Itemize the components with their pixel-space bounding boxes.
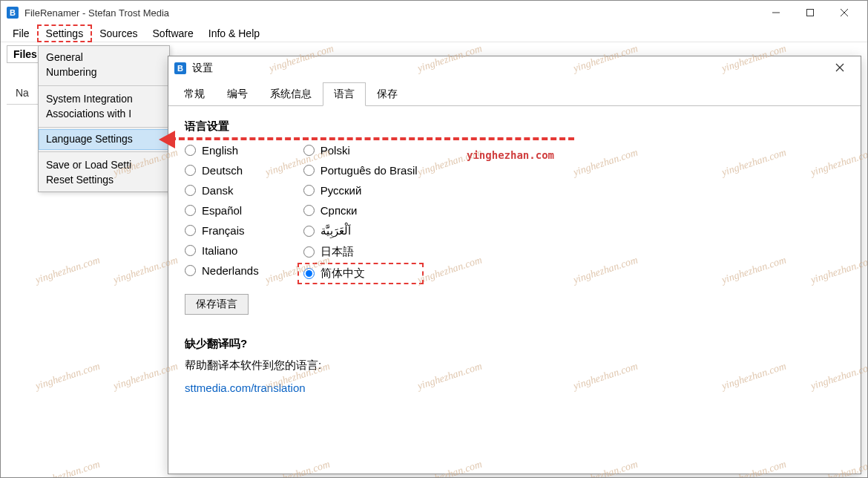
dialog-body: 语言设置 EnglishDeutschDanskEspañolFrançaisI… (168, 106, 861, 474)
language-label: Dansk (202, 184, 234, 197)
language-radio[interactable] (303, 268, 315, 279)
language-label: 日本語 (320, 245, 354, 259)
language-label: Русский (320, 184, 362, 197)
language-label: English (202, 144, 238, 157)
language-option[interactable]: English (185, 144, 259, 157)
language-option[interactable]: اَلْعَرَبِيَّة (303, 224, 418, 238)
minimize-button[interactable] (759, 1, 793, 24)
language-label: Español (202, 204, 242, 217)
language-radio[interactable] (185, 185, 196, 196)
translation-link[interactable]: sttmedia.com/translation (185, 382, 844, 394)
tab-2[interactable]: 系统信息 (259, 82, 323, 106)
annotation-arrow-head (159, 131, 175, 148)
watermark: yinghezhan.com (34, 360, 102, 392)
menu-software[interactable]: Software (145, 26, 201, 41)
language-section-header: 语言设置 (185, 120, 844, 134)
annotation-arrow-line (170, 137, 574, 140)
language-label: Српски (320, 204, 358, 217)
tab-4[interactable]: 保存 (366, 82, 409, 106)
dropdown-item[interactable]: Save or Load Setti Reset Settings (39, 154, 169, 191)
language-radio[interactable] (303, 246, 315, 258)
watermark: yinghezhan.com (34, 458, 102, 478)
dialog-titlebar: B 设置 (168, 56, 861, 80)
settings-dialog: B 设置 常规编号系统信息语言保存 语言设置 EnglishDeutschDan… (168, 56, 861, 474)
language-option[interactable]: Deutsch (185, 164, 259, 177)
missing-translation-header: 缺少翻译吗? (185, 337, 844, 351)
language-radio[interactable] (185, 145, 196, 156)
menu-settings[interactable]: Settings (37, 24, 93, 42)
language-label: Polski (320, 144, 350, 157)
language-label: اَلْعَرَبِيَّة (320, 224, 351, 238)
language-label: Italiano (202, 244, 237, 257)
save-language-button[interactable]: 保存语言 (185, 294, 249, 315)
language-column-2: PolskiPortuguês do BrasilРусскийСрпскиاَ… (303, 144, 418, 281)
language-option[interactable]: Español (185, 204, 259, 217)
language-label: 简体中文 (320, 266, 365, 281)
language-option[interactable]: Nederlands (185, 264, 259, 277)
settings-dropdown: General NumberingSystem Integration Asso… (38, 45, 170, 192)
menu-info-help[interactable]: Info & Help (201, 26, 267, 41)
language-option[interactable]: 日本語 (303, 245, 418, 259)
language-option[interactable]: Português do Brasil (303, 164, 418, 177)
dialog-icon: B (174, 62, 186, 74)
language-option[interactable]: 简体中文 (297, 263, 424, 284)
menu-sources[interactable]: Sources (92, 26, 145, 41)
language-label: Deutsch (202, 164, 243, 177)
language-radio[interactable] (303, 145, 315, 156)
menubar: FileSettingsSourcesSoftwareInfo & Help (1, 24, 867, 42)
language-grid: EnglishDeutschDanskEspañolFrançaisItalia… (185, 144, 844, 281)
titlebar: B FileRenamer - Stefan Trost Media (1, 1, 867, 24)
dropdown-item[interactable]: General Numbering (39, 46, 169, 84)
language-option[interactable]: Italiano (185, 244, 259, 257)
missing-translation-text: 帮助翻译本软件到您的语言: (185, 358, 844, 373)
tab-3[interactable]: 语言 (323, 82, 366, 106)
annotation-url: yinghezhan.com (467, 149, 554, 161)
tab-0[interactable]: 常规 (173, 82, 216, 106)
dialog-title: 设置 (192, 62, 213, 75)
app-icon: B (7, 7, 19, 19)
tab-1[interactable]: 编号 (216, 82, 259, 106)
language-radio[interactable] (303, 185, 315, 196)
language-option[interactable]: Dansk (185, 184, 259, 197)
dialog-tabs: 常规编号系统信息语言保存 (168, 82, 861, 106)
dropdown-item[interactable]: Language Settings (39, 129, 169, 150)
watermark: yinghezhan.com (34, 254, 102, 286)
language-option[interactable]: Français (185, 224, 259, 237)
language-radio[interactable] (303, 205, 315, 216)
language-radio[interactable] (185, 205, 196, 216)
language-option[interactable]: Polski (303, 144, 418, 157)
dropdown-item[interactable]: System Integration Associations with I (39, 88, 169, 125)
language-option[interactable]: Српски (303, 204, 418, 217)
menu-file[interactable]: File (5, 26, 37, 41)
language-label: Français (202, 224, 245, 237)
close-button[interactable] (827, 1, 861, 24)
window-title: FileRenamer - Stefan Trost Media (24, 7, 169, 19)
language-radio[interactable] (185, 265, 196, 276)
svg-rect-1 (807, 10, 814, 16)
language-radio[interactable] (303, 165, 315, 176)
maximize-button[interactable] (793, 1, 827, 24)
language-column-1: EnglishDeutschDanskEspañolFrançaisItalia… (185, 144, 259, 281)
language-radio[interactable] (185, 245, 196, 256)
window-controls (759, 1, 861, 24)
language-radio[interactable] (185, 165, 196, 176)
language-radio[interactable] (185, 225, 196, 236)
dialog-close-button[interactable] (825, 62, 855, 75)
language-option[interactable]: Русский (303, 184, 418, 197)
language-label: Nederlands (202, 264, 259, 277)
language-radio[interactable] (303, 226, 315, 237)
language-label: Português do Brasil (320, 164, 418, 177)
